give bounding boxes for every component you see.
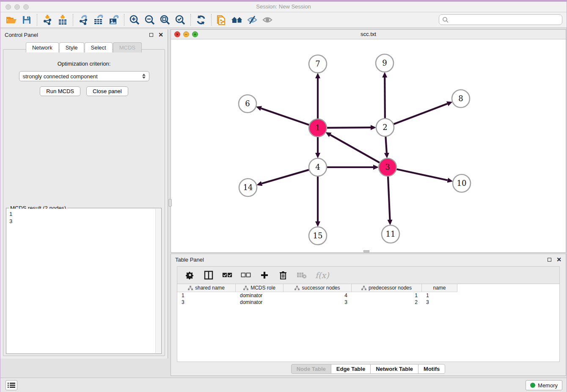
show-column-button[interactable] (204, 270, 214, 280)
minimize-network-button[interactable]: − (183, 31, 189, 37)
delete-table-button-disabled[interactable] (297, 270, 307, 280)
refresh-icon (195, 14, 206, 25)
graph-node-11[interactable]: 11 (382, 225, 399, 243)
graph-node-8[interactable]: 8 (452, 90, 470, 108)
memory-button[interactable]: Memory (526, 380, 562, 390)
graph-edge-3-11[interactable] (388, 176, 390, 220)
graph-node-2[interactable]: 2 (376, 119, 394, 136)
minimize-window-button[interactable] (14, 4, 20, 10)
column-header-predecessor-nodes[interactable]: predecessor nodes (352, 284, 422, 292)
cell-name[interactable]: 3 (422, 299, 457, 306)
cell-shared-name[interactable]: 3 (177, 299, 236, 306)
close-panel-button[interactable]: Close panel (86, 86, 128, 96)
clone-network-button[interactable] (214, 14, 229, 26)
table-row[interactable]: 3 dominator 3 2 3 (177, 299, 457, 306)
graph-node-9[interactable]: 9 (376, 54, 394, 72)
show-panel-list-button[interactable] (6, 380, 17, 390)
refresh-layout-button[interactable] (193, 14, 209, 26)
search-icon (442, 17, 449, 23)
mcds-result-text[interactable]: 1 3 (7, 209, 155, 353)
graph-node-4[interactable]: 4 (309, 158, 327, 176)
cell-mcds-role[interactable]: dominator (236, 299, 284, 306)
tab-node-table[interactable]: Node Table (291, 364, 331, 374)
open-session-button[interactable] (4, 14, 19, 26)
close-table-panel-icon[interactable]: ✕ (556, 257, 561, 262)
run-mcds-button[interactable]: Run MCDS (40, 86, 80, 96)
tab-network[interactable]: Network (26, 42, 59, 52)
cell-successor-nodes[interactable]: 3 (284, 299, 352, 306)
import-table-icon (57, 14, 68, 25)
maximize-network-button[interactable]: + (192, 31, 198, 37)
horizontal-scroll-thumb[interactable] (363, 250, 369, 252)
graph-edge-2-3[interactable] (385, 136, 386, 153)
graph-edge-3-1[interactable] (330, 135, 380, 163)
hide-selected-button[interactable] (245, 14, 260, 26)
cell-predecessor-nodes[interactable]: 2 (352, 299, 422, 306)
graph-edge-1-2[interactable] (327, 127, 371, 128)
graph-node-1[interactable]: 1 (309, 119, 327, 137)
cell-predecessor-nodes[interactable]: 1 (352, 292, 422, 299)
function-builder-button-disabled[interactable]: f(x) (315, 270, 329, 280)
unselect-all-columns-button[interactable] (241, 270, 251, 280)
column-header-successor-nodes[interactable]: successor nodes (284, 284, 352, 292)
table-settings-button[interactable] (185, 270, 195, 280)
close-window-button[interactable] (6, 4, 11, 10)
graph-edge-4-14[interactable] (262, 170, 309, 184)
criterion-select[interactable]: strongly connected component (19, 71, 149, 81)
float-table-panel-icon[interactable] (548, 258, 551, 262)
network-canvas[interactable]: 7968124314101511 (171, 39, 566, 252)
zoom-fit-button[interactable] (157, 14, 173, 26)
control-panel-header: Control Panel ✕ (0, 29, 168, 40)
tab-select[interactable]: Select (85, 42, 113, 52)
maximize-window-button[interactable] (23, 4, 29, 10)
tab-mcds[interactable]: MCDS (113, 42, 142, 52)
graph-node-10[interactable]: 10 (453, 174, 471, 192)
show-hidden-button[interactable] (260, 14, 275, 26)
cell-mcds-role[interactable]: dominator (236, 292, 284, 299)
zoom-in-button[interactable] (127, 14, 142, 26)
import-network-button[interactable] (40, 14, 55, 26)
memory-label: Memory (538, 382, 558, 389)
graph-node-3[interactable]: 3 (379, 158, 396, 176)
float-panel-icon[interactable] (149, 33, 153, 37)
close-panel-icon[interactable]: ✕ (158, 32, 163, 38)
graph-node-15[interactable]: 15 (309, 227, 327, 245)
result-scrollbar[interactable] (155, 209, 161, 353)
delete-column-button[interactable] (278, 270, 288, 280)
column-header-mcds-role[interactable]: MCDS role (236, 284, 284, 292)
save-session-button[interactable] (19, 14, 34, 26)
tab-motifs[interactable]: Motifs (418, 364, 445, 374)
export-network-button[interactable] (76, 14, 91, 26)
tab-network-table[interactable]: Network Table (370, 364, 418, 374)
graph-edge-1-6[interactable] (261, 108, 309, 125)
tab-edge-table[interactable]: Edge Table (331, 364, 371, 374)
select-all-columns-button[interactable] (222, 270, 232, 280)
graph-edge-2-8[interactable] (394, 104, 448, 124)
mcds-result-box: MCDS result (2 nodes) 1 3 (6, 208, 162, 354)
create-column-button[interactable] (259, 270, 270, 280)
show-all-networks-button[interactable] (229, 14, 245, 26)
zoom-selected-button[interactable] (173, 14, 188, 26)
cell-name[interactable]: 1 (422, 292, 457, 299)
network-graph: 7968124314101511 (171, 39, 566, 252)
close-network-button[interactable]: × (174, 31, 180, 37)
search-input[interactable] (449, 15, 562, 24)
graph-node-14[interactable]: 14 (239, 179, 257, 196)
graph-node-6[interactable]: 6 (239, 95, 256, 113)
column-header-name[interactable]: name (422, 284, 457, 292)
export-table-button[interactable] (91, 14, 106, 26)
zoom-out-button[interactable] (142, 14, 157, 26)
cell-shared-name[interactable]: 1 (177, 292, 236, 299)
split-pane-grip[interactable] (168, 199, 172, 207)
import-table-button[interactable] (55, 14, 70, 26)
column-header-shared-name[interactable]: shared name (177, 284, 236, 292)
node-label: 1 (315, 123, 320, 132)
tab-style[interactable]: Style (59, 42, 84, 52)
graph-edge-3-10[interactable] (396, 169, 448, 180)
export-image-button[interactable] (106, 14, 121, 26)
graph-edge-2-9[interactable] (385, 77, 385, 119)
graph-node-7[interactable]: 7 (309, 55, 327, 73)
cell-successor-nodes[interactable]: 4 (284, 292, 352, 299)
houses-icon (231, 15, 243, 25)
table-row[interactable]: 1 dominator 4 1 1 (177, 292, 457, 299)
